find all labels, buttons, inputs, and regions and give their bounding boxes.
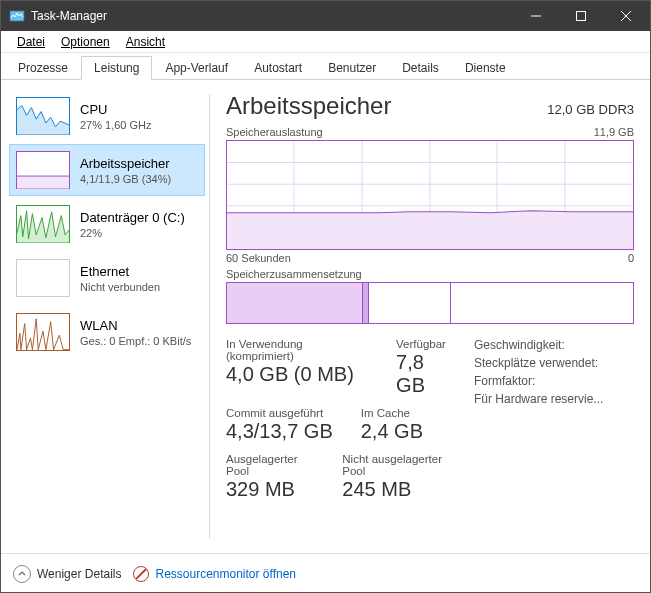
sidebar-item-sub: Nicht verbunden xyxy=(80,281,160,293)
stat-paged-label: Ausgelagerter Pool xyxy=(226,453,314,477)
stat-form-label: Formfaktor: xyxy=(474,374,634,388)
graph-label-left: Speicherauslastung xyxy=(226,126,323,138)
tab-startup[interactable]: Autostart xyxy=(241,56,315,80)
axis-left: 60 Sekunden xyxy=(226,252,291,264)
graph-label-right: 11,9 GB xyxy=(594,126,634,138)
memory-usage-graph[interactable] xyxy=(226,140,634,250)
svg-rect-6 xyxy=(17,176,69,189)
memory-capacity: 12,0 GB DDR3 xyxy=(547,102,634,117)
stat-cached-label: Im Cache xyxy=(361,407,423,419)
page-title: Arbeitsspeicher xyxy=(226,92,391,120)
comp-in-use xyxy=(227,283,363,323)
footer-bar: Weniger Details Ressourcenmonitor öffnen xyxy=(1,553,650,593)
maximize-button[interactable] xyxy=(558,1,603,31)
svg-marker-18 xyxy=(227,211,633,249)
resource-monitor-icon xyxy=(133,566,149,582)
sidebar-item-sub: 4,1/11,9 GB (34%) xyxy=(80,173,171,185)
tab-performance[interactable]: Leistung xyxy=(81,56,152,80)
sidebar-item-label: CPU xyxy=(80,102,152,117)
sidebar-item-sub: 27% 1,60 GHz xyxy=(80,119,152,131)
svg-rect-2 xyxy=(576,12,585,21)
sidebar-item-label: Arbeitsspeicher xyxy=(80,156,171,171)
stat-nonpaged-label: Nicht ausgelagerter Pool xyxy=(342,453,456,477)
sidebar-item-sub: Ges.: 0 Empf.: 0 KBit/s xyxy=(80,335,191,347)
sidebar-item-label: WLAN xyxy=(80,318,191,333)
fewer-details-button[interactable]: Weniger Details xyxy=(13,565,121,583)
tab-details[interactable]: Details xyxy=(389,56,452,80)
tab-strip: Prozesse Leistung App-Verlauf Autostart … xyxy=(1,53,650,80)
memory-thumbnail-icon xyxy=(16,151,70,189)
menu-file[interactable]: Datei xyxy=(9,33,53,51)
stat-commit-label: Commit ausgeführt xyxy=(226,407,333,419)
sidebar-item-cpu[interactable]: CPU 27% 1,60 GHz xyxy=(9,90,205,142)
comp-standby xyxy=(369,283,451,323)
stat-in-use-label: In Verwendung (komprimiert) xyxy=(226,338,368,362)
stat-speed-label: Geschwindigkeit: xyxy=(474,338,634,352)
sidebar-item-label: Ethernet xyxy=(80,264,160,279)
stat-nonpaged-value: 245 MB xyxy=(342,478,456,501)
memory-composition-graph[interactable] xyxy=(226,282,634,324)
tab-processes[interactable]: Prozesse xyxy=(5,56,81,80)
stat-paged-value: 329 MB xyxy=(226,478,314,501)
stat-reserved-label: Für Hardware reservie... xyxy=(474,392,634,406)
window-title: Task-Manager xyxy=(31,9,513,23)
menu-options[interactable]: Optionen xyxy=(53,33,118,51)
tab-services[interactable]: Dienste xyxy=(452,56,519,80)
sidebar-item-memory[interactable]: Arbeitsspeicher 4,1/11,9 GB (34%) xyxy=(9,144,205,196)
stat-commit-value: 4,3/13,7 GB xyxy=(226,420,333,443)
comp-free xyxy=(451,283,633,323)
fewer-details-label: Weniger Details xyxy=(37,567,121,581)
title-bar: Task-Manager xyxy=(1,1,650,31)
wlan-thumbnail-icon xyxy=(16,313,70,351)
window-controls xyxy=(513,1,648,31)
sidebar-item-sub: 22% xyxy=(80,227,185,239)
performance-content: CPU 27% 1,60 GHz Arbeitsspeicher 4,1/11,… xyxy=(1,80,650,553)
stat-in-use-value: 4,0 GB (0 MB) xyxy=(226,363,368,386)
disk-thumbnail-icon xyxy=(16,205,70,243)
axis-right: 0 xyxy=(628,252,634,264)
menu-bar: Datei Optionen Ansicht xyxy=(1,31,650,53)
cpu-thumbnail-icon xyxy=(16,97,70,135)
sidebar-item-ethernet[interactable]: Ethernet Nicht verbunden xyxy=(9,252,205,304)
open-resource-monitor[interactable]: Ressourcenmonitor öffnen xyxy=(133,566,296,582)
svg-marker-5 xyxy=(17,106,69,135)
stat-available-value: 7,8 GB xyxy=(396,351,456,397)
stat-cached-value: 2,4 GB xyxy=(361,420,423,443)
close-button[interactable] xyxy=(603,1,648,31)
composition-label: Speicherzusammensetzung xyxy=(226,268,362,280)
stat-available-label: Verfügbar xyxy=(396,338,456,350)
open-resource-monitor-link[interactable]: Ressourcenmonitor öffnen xyxy=(155,567,296,581)
menu-view[interactable]: Ansicht xyxy=(118,33,173,51)
minimize-button[interactable] xyxy=(513,1,558,31)
sidebar-item-wlan[interactable]: WLAN Ges.: 0 Empf.: 0 KBit/s xyxy=(9,306,205,358)
ethernet-thumbnail-icon xyxy=(16,259,70,297)
tab-app-history[interactable]: App-Verlauf xyxy=(152,56,241,80)
memory-detail-panel: Arbeitsspeicher 12,0 GB DDR3 Speicheraus… xyxy=(210,80,650,553)
app-icon xyxy=(9,8,25,24)
stat-slots-label: Steckplätze verwendet: xyxy=(474,356,634,370)
performance-sidebar: CPU 27% 1,60 GHz Arbeitsspeicher 4,1/11,… xyxy=(1,80,209,553)
chevron-up-icon xyxy=(13,565,31,583)
sidebar-item-label: Datenträger 0 (C:) xyxy=(80,210,185,225)
tab-users[interactable]: Benutzer xyxy=(315,56,389,80)
sidebar-item-disk[interactable]: Datenträger 0 (C:) 22% xyxy=(9,198,205,250)
